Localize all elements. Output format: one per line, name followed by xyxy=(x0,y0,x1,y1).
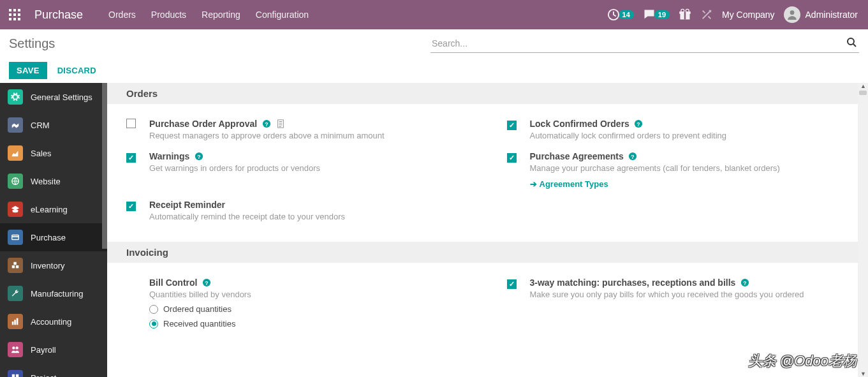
activities-button[interactable]: 14 xyxy=(607,8,634,21)
svg-text:?: ? xyxy=(265,121,268,128)
setting-po-approval-sub: Request managers to approve orders above… xyxy=(149,131,469,140)
sidebar-item-label: Sales xyxy=(31,149,52,158)
radio-icon xyxy=(149,320,158,329)
sidebar-scrollbar[interactable] xyxy=(102,83,107,249)
svg-rect-24 xyxy=(14,320,16,325)
svg-rect-28 xyxy=(12,374,15,377)
svg-rect-21 xyxy=(16,265,18,268)
bars-icon xyxy=(8,314,23,329)
sidebar-item-purchase[interactable]: Purchase xyxy=(0,223,107,251)
help-icon[interactable]: ? xyxy=(740,278,749,287)
setting-lock-sub: Automatically lock confirmed orders to p… xyxy=(530,131,850,140)
settings-sidebar: General Settings CRM Sales Website eLear… xyxy=(0,83,107,377)
sidebar-item-project[interactable]: Project xyxy=(0,364,107,377)
nav-orders[interactable]: Orders xyxy=(108,10,136,20)
section-orders: Orders xyxy=(107,83,868,104)
nav-products[interactable]: Products xyxy=(151,10,186,20)
help-icon[interactable]: ? xyxy=(628,152,637,161)
company-switcher[interactable]: My Company xyxy=(722,10,774,20)
setting-bill-sub: Quantities billed by vendors xyxy=(149,290,469,299)
radio-received-qty[interactable]: Received quantities xyxy=(149,319,469,329)
sidebar-item-label: Manufacturing xyxy=(31,289,83,299)
svg-rect-1 xyxy=(13,9,16,11)
msg-count: 19 xyxy=(654,10,670,19)
globe-icon xyxy=(8,174,23,189)
sidebar-item-label: General Settings xyxy=(31,92,92,102)
nav-reporting[interactable]: Reporting xyxy=(202,10,240,20)
help-icon[interactable]: ? xyxy=(202,278,211,287)
svg-rect-12 xyxy=(684,11,686,20)
svg-text:?: ? xyxy=(743,280,746,286)
save-button[interactable]: SAVE xyxy=(9,62,47,79)
main-content: Orders Purchase Order Approval ? Request… xyxy=(107,83,868,377)
activity-count: 14 xyxy=(619,10,634,19)
help-icon[interactable]: ? xyxy=(634,119,643,128)
agreement-types-link[interactable]: ➔ Agreement Types xyxy=(530,179,850,189)
handshake-icon xyxy=(8,117,23,133)
checkbox-receipt-reminder[interactable] xyxy=(126,202,136,211)
svg-rect-23 xyxy=(12,322,14,325)
checkbox-warnings[interactable] xyxy=(126,153,136,163)
sidebar-item-label: CRM xyxy=(31,121,50,130)
help-icon[interactable]: ? xyxy=(195,152,203,161)
discard-button[interactable]: DISCARD xyxy=(57,66,96,75)
user-menu[interactable]: Administrator xyxy=(784,6,858,23)
chat-icon xyxy=(643,8,656,21)
sidebar-item-label: Accounting xyxy=(31,317,71,327)
svg-rect-19 xyxy=(12,236,19,237)
debug-icon[interactable] xyxy=(700,8,713,21)
nav-configuration[interactable]: Configuration xyxy=(256,10,309,20)
main-scrollbar[interactable]: ▲ ▼ xyxy=(858,83,868,377)
radio-icon xyxy=(149,305,158,314)
doc-icon[interactable] xyxy=(276,119,285,128)
scroll-down-icon[interactable]: ▼ xyxy=(860,371,866,377)
sidebar-item-website[interactable]: Website xyxy=(0,167,107,195)
boxes-icon xyxy=(8,258,23,273)
setting-po-approval-title: Purchase Order Approval xyxy=(149,119,257,129)
svg-rect-29 xyxy=(16,374,18,377)
clock-icon xyxy=(607,8,620,21)
scroll-thumb[interactable] xyxy=(859,91,867,95)
section-invoicing: Invoicing xyxy=(107,242,868,263)
setting-agreements-title: Purchase Agreements xyxy=(530,151,624,161)
people-icon xyxy=(8,342,23,357)
task-icon xyxy=(8,370,23,377)
svg-rect-7 xyxy=(13,18,16,20)
checkbox-lock-orders[interactable] xyxy=(507,121,517,130)
setting-agreements-sub: Manage your purchase agreements (call fo… xyxy=(530,163,850,173)
gift-icon[interactable] xyxy=(679,8,691,21)
checkbox-3way[interactable] xyxy=(507,279,517,289)
gear-icon xyxy=(8,89,23,105)
radio-ordered-qty[interactable]: Ordered quantities xyxy=(149,304,469,314)
svg-rect-22 xyxy=(13,262,16,265)
setting-receipt-sub: Automatically remind the receipt date to… xyxy=(149,212,469,221)
sidebar-item-accounting[interactable]: Accounting xyxy=(0,307,107,336)
help-icon[interactable]: ? xyxy=(262,119,271,128)
sidebar-item-label: Inventory xyxy=(31,261,64,270)
svg-text:?: ? xyxy=(197,154,200,160)
sidebar-item-sales[interactable]: Sales xyxy=(0,139,107,167)
svg-text:?: ? xyxy=(631,154,635,160)
setting-warnings-sub: Get warnings in orders for products or v… xyxy=(149,163,469,173)
search-icon[interactable] xyxy=(846,37,857,50)
wrench-icon xyxy=(8,286,23,301)
sidebar-item-payroll[interactable]: Payroll xyxy=(0,336,107,364)
svg-rect-2 xyxy=(18,9,20,11)
checkbox-agreements[interactable] xyxy=(507,153,517,163)
svg-rect-8 xyxy=(18,18,20,20)
sidebar-item-general[interactable]: General Settings xyxy=(0,83,107,111)
svg-point-15 xyxy=(790,10,794,15)
sidebar-item-crm[interactable]: CRM xyxy=(0,111,107,139)
search-input[interactable] xyxy=(430,34,859,53)
discuss-button[interactable]: 19 xyxy=(643,8,670,21)
setting-bill-title: Bill Control xyxy=(149,277,197,288)
sidebar-item-elearning[interactable]: eLearning xyxy=(0,195,107,223)
checkbox-po-approval[interactable] xyxy=(126,119,136,128)
sidebar-item-inventory[interactable]: Inventory xyxy=(0,251,107,279)
apps-launcher-icon[interactable] xyxy=(0,0,29,29)
sidebar-item-manufacturing[interactable]: Manufacturing xyxy=(0,279,107,307)
chart-icon xyxy=(8,145,23,161)
app-title[interactable]: Purchase xyxy=(34,8,83,22)
setting-lock-title: Lock Confirmed Orders xyxy=(530,119,629,129)
scroll-up-icon[interactable]: ▲ xyxy=(860,83,866,89)
